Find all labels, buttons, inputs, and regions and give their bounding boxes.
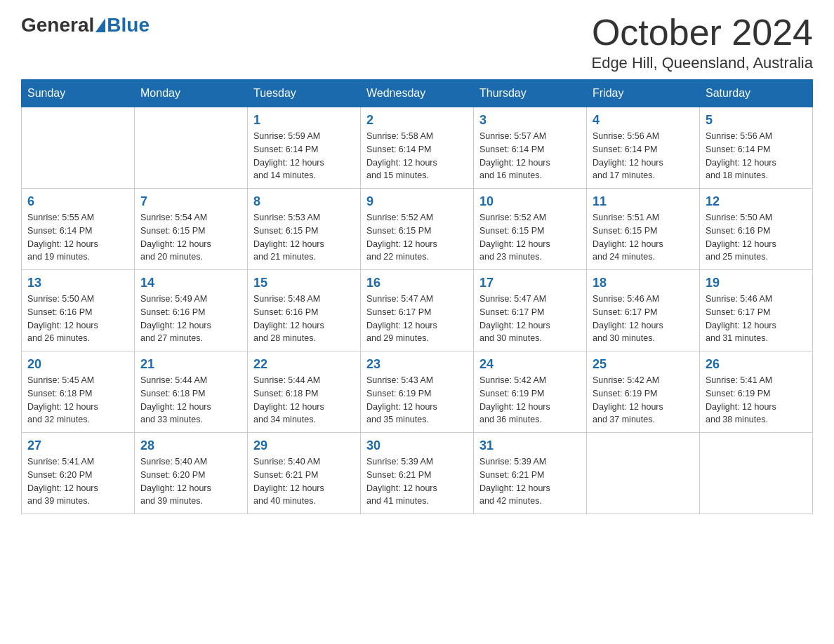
calendar-cell: 29Sunrise: 5:40 AMSunset: 6:21 PMDayligh… — [248, 433, 361, 514]
calendar-cell: 22Sunrise: 5:44 AMSunset: 6:18 PMDayligh… — [248, 351, 361, 433]
day-number: 23 — [366, 357, 468, 372]
day-info: Sunrise: 5:56 AMSunset: 6:14 PMDaylight:… — [593, 130, 694, 182]
day-info: Sunrise: 5:52 AMSunset: 6:15 PMDaylight:… — [366, 211, 468, 264]
calendar-cell: 6Sunrise: 5:55 AMSunset: 6:14 PMDaylight… — [22, 189, 135, 270]
calendar-cell: 9Sunrise: 5:52 AMSunset: 6:15 PMDaylight… — [361, 189, 474, 270]
day-info: Sunrise: 5:43 AMSunset: 6:19 PMDaylight:… — [366, 374, 468, 427]
calendar-week-row: 6Sunrise: 5:55 AMSunset: 6:14 PMDaylight… — [22, 189, 813, 270]
calendar-cell: 28Sunrise: 5:40 AMSunset: 6:20 PMDayligh… — [135, 433, 248, 514]
day-number: 11 — [593, 194, 694, 209]
logo-blue-text: Blue — [107, 14, 150, 36]
day-number: 7 — [140, 194, 241, 209]
title-area: October 2024 Edge Hill, Queensland, Aust… — [591, 14, 813, 72]
day-number: 21 — [140, 357, 241, 372]
calendar-cell: 15Sunrise: 5:48 AMSunset: 6:16 PMDayligh… — [248, 270, 361, 351]
day-info: Sunrise: 5:46 AMSunset: 6:17 PMDaylight:… — [706, 293, 807, 345]
day-number: 29 — [253, 438, 355, 453]
calendar-cell: 8Sunrise: 5:53 AMSunset: 6:15 PMDaylight… — [248, 189, 361, 270]
calendar-cell: 13Sunrise: 5:50 AMSunset: 6:16 PMDayligh… — [22, 270, 135, 351]
calendar-cell: 21Sunrise: 5:44 AMSunset: 6:18 PMDayligh… — [135, 351, 248, 433]
day-number: 14 — [140, 276, 241, 290]
day-info: Sunrise: 5:47 AMSunset: 6:17 PMDaylight:… — [366, 293, 468, 345]
day-number: 4 — [593, 113, 694, 128]
day-number: 8 — [253, 194, 355, 209]
calendar-week-row: 20Sunrise: 5:45 AMSunset: 6:18 PMDayligh… — [22, 351, 813, 433]
day-info: Sunrise: 5:39 AMSunset: 6:21 PMDaylight:… — [366, 455, 468, 508]
calendar-cell: 30Sunrise: 5:39 AMSunset: 6:21 PMDayligh… — [361, 433, 474, 514]
calendar-cell: 17Sunrise: 5:47 AMSunset: 6:17 PMDayligh… — [474, 270, 587, 351]
day-info: Sunrise: 5:48 AMSunset: 6:16 PMDaylight:… — [253, 293, 355, 345]
day-info: Sunrise: 5:53 AMSunset: 6:15 PMDaylight:… — [253, 211, 355, 264]
day-info: Sunrise: 5:39 AMSunset: 6:21 PMDaylight:… — [479, 455, 581, 508]
calendar-cell: 20Sunrise: 5:45 AMSunset: 6:18 PMDayligh… — [22, 351, 135, 433]
calendar-week-row: 27Sunrise: 5:41 AMSunset: 6:20 PMDayligh… — [22, 433, 813, 514]
calendar-cell: 1Sunrise: 5:59 AMSunset: 6:14 PMDaylight… — [248, 107, 361, 189]
calendar-header-sunday: Sunday — [22, 80, 135, 107]
day-number: 28 — [140, 438, 241, 453]
calendar-header-row: SundayMondayTuesdayWednesdayThursdayFrid… — [22, 80, 813, 107]
logo-blue-part: Blue — [94, 14, 150, 36]
calendar-cell — [22, 107, 135, 189]
day-number: 25 — [593, 357, 694, 372]
day-info: Sunrise: 5:55 AMSunset: 6:14 PMDaylight:… — [27, 211, 128, 264]
calendar-header-thursday: Thursday — [474, 80, 587, 107]
calendar-cell: 24Sunrise: 5:42 AMSunset: 6:19 PMDayligh… — [474, 351, 587, 433]
calendar-header-friday: Friday — [587, 80, 700, 107]
day-number: 22 — [253, 357, 355, 372]
day-info: Sunrise: 5:41 AMSunset: 6:20 PMDaylight:… — [27, 455, 128, 508]
logo-triangle-icon — [95, 18, 105, 32]
day-info: Sunrise: 5:44 AMSunset: 6:18 PMDaylight:… — [253, 374, 355, 427]
calendar-cell: 7Sunrise: 5:54 AMSunset: 6:15 PMDaylight… — [135, 189, 248, 270]
calendar-cell: 23Sunrise: 5:43 AMSunset: 6:19 PMDayligh… — [361, 351, 474, 433]
location-title: Edge Hill, Queensland, Australia — [591, 54, 813, 72]
calendar-cell: 10Sunrise: 5:52 AMSunset: 6:15 PMDayligh… — [474, 189, 587, 270]
day-number: 27 — [27, 438, 128, 453]
header: General Blue October 2024 Edge Hill, Que… — [21, 14, 813, 72]
calendar-cell: 3Sunrise: 5:57 AMSunset: 6:14 PMDaylight… — [474, 107, 587, 189]
calendar-cell: 4Sunrise: 5:56 AMSunset: 6:14 PMDaylight… — [587, 107, 700, 189]
day-number: 17 — [479, 276, 581, 290]
calendar-header-saturday: Saturday — [700, 80, 813, 107]
day-number: 12 — [706, 194, 807, 209]
day-info: Sunrise: 5:57 AMSunset: 6:14 PMDaylight:… — [479, 130, 581, 182]
day-number: 10 — [479, 194, 581, 209]
day-number: 24 — [479, 357, 581, 372]
month-title: October 2024 — [591, 14, 813, 51]
calendar-cell: 19Sunrise: 5:46 AMSunset: 6:17 PMDayligh… — [700, 270, 813, 351]
day-number: 18 — [593, 276, 694, 290]
day-number: 20 — [27, 357, 128, 372]
calendar-header-monday: Monday — [135, 80, 248, 107]
day-number: 1 — [253, 113, 355, 128]
day-number: 9 — [366, 194, 468, 209]
day-info: Sunrise: 5:58 AMSunset: 6:14 PMDaylight:… — [366, 130, 468, 182]
day-info: Sunrise: 5:40 AMSunset: 6:20 PMDaylight:… — [140, 455, 241, 508]
day-number: 30 — [366, 438, 468, 453]
calendar-cell: 5Sunrise: 5:56 AMSunset: 6:14 PMDaylight… — [700, 107, 813, 189]
day-info: Sunrise: 5:50 AMSunset: 6:16 PMDaylight:… — [706, 211, 807, 264]
day-info: Sunrise: 5:45 AMSunset: 6:18 PMDaylight:… — [27, 374, 128, 427]
calendar-cell: 16Sunrise: 5:47 AMSunset: 6:17 PMDayligh… — [361, 270, 474, 351]
calendar-cell: 18Sunrise: 5:46 AMSunset: 6:17 PMDayligh… — [587, 270, 700, 351]
logo: General Blue — [21, 14, 150, 36]
calendar-cell: 27Sunrise: 5:41 AMSunset: 6:20 PMDayligh… — [22, 433, 135, 514]
calendar-cell: 25Sunrise: 5:42 AMSunset: 6:19 PMDayligh… — [587, 351, 700, 433]
day-info: Sunrise: 5:51 AMSunset: 6:15 PMDaylight:… — [593, 211, 694, 264]
day-info: Sunrise: 5:42 AMSunset: 6:19 PMDaylight:… — [593, 374, 694, 427]
day-info: Sunrise: 5:44 AMSunset: 6:18 PMDaylight:… — [140, 374, 241, 427]
day-number: 19 — [706, 276, 807, 290]
day-info: Sunrise: 5:52 AMSunset: 6:15 PMDaylight:… — [479, 211, 581, 264]
calendar-week-row: 13Sunrise: 5:50 AMSunset: 6:16 PMDayligh… — [22, 270, 813, 351]
day-number: 16 — [366, 276, 468, 290]
day-info: Sunrise: 5:46 AMSunset: 6:17 PMDaylight:… — [593, 293, 694, 345]
day-info: Sunrise: 5:59 AMSunset: 6:14 PMDaylight:… — [253, 130, 355, 182]
day-number: 31 — [479, 438, 581, 453]
calendar-header-wednesday: Wednesday — [361, 80, 474, 107]
day-info: Sunrise: 5:49 AMSunset: 6:16 PMDaylight:… — [140, 293, 241, 345]
day-number: 13 — [27, 276, 128, 290]
calendar-cell: 31Sunrise: 5:39 AMSunset: 6:21 PMDayligh… — [474, 433, 587, 514]
day-info: Sunrise: 5:42 AMSunset: 6:19 PMDaylight:… — [479, 374, 581, 427]
calendar-cell: 2Sunrise: 5:58 AMSunset: 6:14 PMDaylight… — [361, 107, 474, 189]
day-info: Sunrise: 5:47 AMSunset: 6:17 PMDaylight:… — [479, 293, 581, 345]
day-number: 2 — [366, 113, 468, 128]
day-info: Sunrise: 5:50 AMSunset: 6:16 PMDaylight:… — [27, 293, 128, 345]
